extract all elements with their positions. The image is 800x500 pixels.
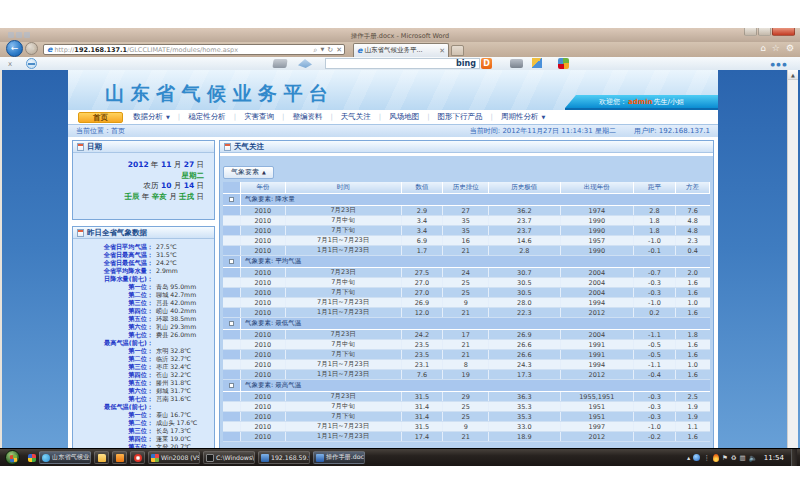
nav-item[interactable]: 整编资料 — [292, 112, 322, 122]
column-header[interactable]: 历史极值 — [489, 182, 561, 194]
d-badge-icon[interactable]: D — [481, 58, 492, 69]
table-cell: 3.4 — [401, 226, 443, 236]
settings-gear-icon[interactable]: ⚙ — [786, 43, 794, 53]
show-desktop-button[interactable] — [791, 449, 797, 467]
bing-search-box[interactable]: bing — [325, 58, 480, 69]
taskbar-button[interactable]: C:\Windows\s... — [203, 451, 255, 464]
table-row[interactable]: 20107月23日27.52430.72004-0.72.0 — [223, 268, 710, 278]
nav-item[interactable]: 周期性分析▼ — [501, 112, 545, 122]
table-row[interactable]: 20107月中旬3.43523.719901.84.8 — [223, 216, 710, 226]
tray-icon-1[interactable]: ⋮ — [703, 454, 710, 462]
taskbar-icon-button[interactable] — [94, 451, 109, 464]
table-row[interactable]: 20107月中旬31.42535.31951-0.31.9 — [223, 402, 710, 412]
tab-close-icon[interactable]: ✕ — [439, 47, 445, 55]
nav-item[interactable]: 灾害查询 — [244, 112, 274, 122]
group-checkbox[interactable] — [229, 197, 234, 202]
table-row[interactable]: 20107月中旬23.52126.61991-0.51.6 — [223, 340, 710, 350]
search-icon[interactable]: ⌕ — [313, 46, 317, 54]
compatibility-icon[interactable] — [26, 58, 37, 69]
table-row[interactable]: 20107月1日~7月23日23.1824.31994-1.11.0 — [223, 360, 710, 370]
table-row[interactable]: 20107月23日2.92736.219742.87.6 — [223, 206, 710, 216]
taskbar-button[interactable]: 192.168.59.99... — [258, 451, 310, 464]
table-cell: 21 — [443, 432, 489, 442]
nav-item[interactable]: 图形下行产品 — [438, 112, 483, 122]
taskbar-button[interactable]: Win2008 (VS2... — [148, 451, 200, 464]
new-tab-button[interactable] — [451, 45, 464, 56]
home-icon[interactable]: ⌂ — [760, 43, 766, 53]
table-row[interactable]: 20107月下旬3.43523.719901.84.8 — [223, 226, 710, 236]
nav-item[interactable]: 稳定性分析 — [188, 112, 226, 122]
table-row[interactable]: 20107月下旬31.42535.31951-0.31.9 — [223, 412, 710, 422]
taskbar-icon-button[interactable] — [112, 451, 127, 464]
tray-icon-flag[interactable]: ⚑ — [722, 454, 728, 462]
tray-icon-volume[interactable]: 🔈 — [749, 454, 757, 462]
favorites-star-icon[interactable]: ☆ — [772, 43, 780, 53]
refresh-icon[interactable]: ↻ — [327, 46, 333, 54]
dropdown-arrow-icon[interactable]: ▼ — [320, 46, 324, 54]
pinned-app-icon[interactable] — [28, 454, 36, 462]
tray-icon-update[interactable]: ♻ — [731, 454, 737, 462]
nav-item[interactable]: 风场地图 — [389, 112, 419, 122]
close-sidebar-icon[interactable]: x — [8, 60, 12, 68]
group-checkbox[interactable] — [229, 259, 234, 264]
table-cell: 16 — [443, 236, 489, 246]
table-row[interactable]: 20101月1日~7月23日12.02122.320120.21.6 — [223, 308, 710, 318]
vertical-scrollbar[interactable]: ▲ — [787, 70, 798, 466]
minimize-button[interactable] — [744, 28, 757, 36]
taskbar-clock[interactable]: 11:54 — [764, 454, 784, 462]
more-menu-icon[interactable]: ●●● — [770, 61, 788, 67]
taskbar-icon-button[interactable] — [130, 451, 145, 464]
nav-item[interactable]: 数据分析▼ — [133, 112, 170, 122]
tray-icon-blue[interactable] — [693, 454, 700, 461]
addon-icon-3[interactable] — [510, 59, 523, 68]
maximize-button[interactable] — [758, 28, 771, 36]
table-row[interactable]: 20107月1日~7月23日31.5933.01997-1.01.1 — [223, 422, 710, 432]
taskbar-button[interactable]: 操作手册.docx ... — [313, 451, 365, 464]
table-row[interactable]: 20101月1日~7月23日17.42118.92012-0.21.6 — [223, 432, 710, 442]
addon-icon-1[interactable] — [272, 59, 287, 68]
weather-stat-row: 全省日平均气温：27.5℃ — [75, 243, 212, 251]
browser-tab[interactable]: e 山东省气候业务平... ✕ — [353, 43, 449, 57]
start-button[interactable] — [5, 450, 20, 465]
table-row[interactable]: 20107月23日31.52936.31955,1951-0.32.5 — [223, 392, 710, 402]
table-cell: 25 — [443, 402, 489, 412]
table-row[interactable]: 20107月下旬27.02530.52004-0.31.6 — [223, 288, 710, 298]
column-header[interactable]: 数值 — [401, 182, 443, 194]
column-header[interactable]: 距平 — [634, 182, 676, 194]
addon-icon-4[interactable] — [532, 58, 542, 68]
table-cell: 1991 — [560, 340, 633, 350]
table-row[interactable]: 20101月1日~7月23日7.61917.32012-0.41.6 — [223, 370, 710, 380]
taskbar-button[interactable]: 山东省气候业务平... — [39, 451, 91, 464]
hidden-icons-arrow[interactable]: ▴ — [687, 454, 690, 462]
nav-item[interactable]: 天气关注 — [341, 112, 371, 122]
forward-button[interactable]: → — [25, 42, 38, 55]
table-row[interactable]: 20107月1日~7月23日6.91614.61957-1.02.3 — [223, 236, 710, 246]
addon-icon-2[interactable] — [298, 59, 312, 68]
back-button[interactable]: ← — [6, 40, 23, 57]
weather-stat-row: 全省日最高气温：31.5℃ — [75, 251, 212, 259]
table-cell: 1994 — [560, 298, 633, 308]
element-filter-button[interactable]: 气象要素▲ — [223, 166, 274, 179]
table-row[interactable]: 20107月23日24.21726.92004-1.11.8 — [223, 330, 710, 340]
table-row[interactable]: 20101月1日~7月23日1.7212.81990-0.10.4 — [223, 246, 710, 256]
nav-item[interactable]: 首页 — [78, 112, 123, 123]
table-row[interactable]: 20107月下旬23.52126.61991-0.51.6 — [223, 350, 710, 360]
stop-icon[interactable]: ✕ — [336, 46, 342, 54]
table-cell: 1.6 — [675, 340, 709, 350]
group-checkbox[interactable] — [229, 383, 234, 388]
column-header[interactable]: 年份 — [241, 182, 286, 194]
addon-icon-5[interactable] — [558, 58, 569, 69]
close-button[interactable] — [772, 28, 795, 36]
column-header[interactable]: 方差 — [675, 182, 709, 194]
scroll-up-icon[interactable]: ▲ — [788, 70, 798, 80]
nav-separator: | — [330, 113, 332, 121]
group-checkbox[interactable] — [229, 321, 234, 326]
table-row[interactable]: 20107月中旬27.02530.52004-0.31.6 — [223, 278, 710, 288]
table-row[interactable]: 20107月1日~7月23日26.9928.01994-1.01.0 — [223, 298, 710, 308]
address-bar[interactable]: e http://192.168.137.1/GLCCLIMATE/module… — [43, 44, 345, 55]
column-header[interactable]: 历史排位 — [443, 182, 489, 194]
column-header[interactable]: 出现年份 — [560, 182, 633, 194]
tray-icon-flame[interactable] — [713, 454, 719, 462]
tray-icon-network[interactable]: ▥ — [740, 454, 746, 462]
column-header[interactable]: 时间 — [285, 182, 401, 194]
